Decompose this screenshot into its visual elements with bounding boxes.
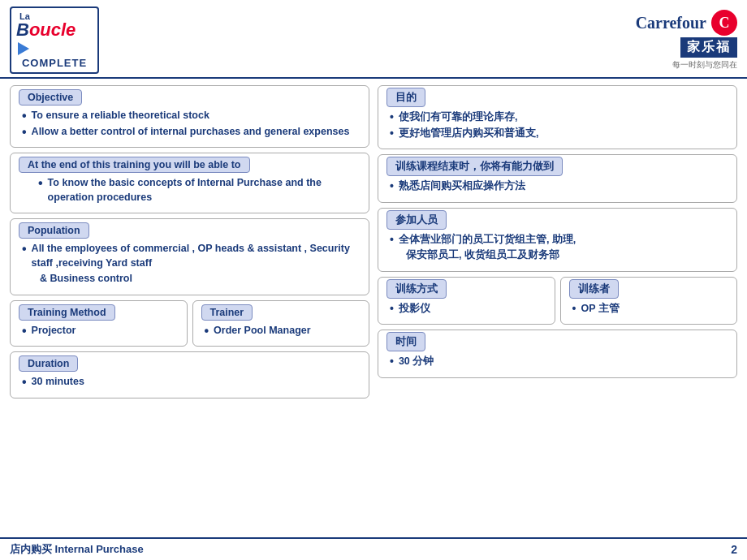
duration-text: 30 minutes <box>32 375 84 390</box>
carrefour-name: Carrefour <box>636 14 706 32</box>
training-method-cn-text: 投影仪 <box>399 302 430 317</box>
training-end-cn-item-1: • 熟悉店间购买相应操作方法 <box>390 179 728 194</box>
population-cn-item-1: • 全体营业部门的员工订货组主管, 助理, <box>390 233 728 248</box>
method-trainer-cn-row: 训练方式 • 投影仪 训练者 • OP 主管 <box>378 277 737 325</box>
trainer-item: • Order Pool Manager <box>205 324 361 338</box>
bullet-icon: • <box>390 355 394 368</box>
header: La Boucle COMPLETE Carrefour C 家乐福 每一时刻与… <box>0 0 747 79</box>
objective-cn-item-1: • 使我们有可靠的理论库存, <box>390 110 728 125</box>
footer-page-number: 2 <box>731 543 737 556</box>
method-trainer-row: Training Method • Projector Trainer • Or… <box>10 300 369 347</box>
bullet-icon: • <box>390 179 394 192</box>
training-method-text: Projector <box>32 324 76 338</box>
logo-complete-text: COMPLETE <box>22 57 87 69</box>
training-end-item-1: • To know the basic concepts of Internal… <box>22 176 361 205</box>
bullet-icon: • <box>205 324 209 338</box>
duration-cn-text: 30 分钟 <box>399 355 434 369</box>
bullet-icon: • <box>390 110 394 123</box>
trainer-header: Trainer <box>201 304 253 321</box>
population-cn-item-2: 保安部员工, 收货组员工及财务部 <box>390 248 728 263</box>
training-method-content: • Projector <box>19 324 179 338</box>
bullet-icon: • <box>22 125 27 140</box>
objective-header: Objective <box>19 89 82 106</box>
training-method-box: Training Method • Projector <box>10 300 188 347</box>
duration-box: Duration • 30 minutes <box>10 351 369 398</box>
carrefour-cn-text: 家乐福 <box>680 37 737 58</box>
bullet-icon: • <box>572 302 576 315</box>
duration-cn-box: 时间 • 30 分钟 <box>378 330 737 378</box>
population-cn-text-2: 保安部员工, 收货组员工及财务部 <box>406 248 559 263</box>
objective-content: • To ensure a reliable theoretical stock… <box>19 109 361 139</box>
carrefour-tagline: 每一时刻与您同在 <box>672 59 737 71</box>
training-end-content: • To know the basic concepts of Internal… <box>19 176 361 205</box>
main-content: Objective • To ensure a reliable theoret… <box>0 79 747 541</box>
trainer-cn-box: 训练者 • OP 主管 <box>560 277 738 325</box>
duration-cn-item: • 30 分钟 <box>390 355 728 369</box>
population-text-2: & Business control <box>40 272 132 286</box>
duration-header: Duration <box>19 355 78 372</box>
objective-text-2: Allow a better control of internal purch… <box>32 125 350 140</box>
training-end-cn-text-1: 熟悉店间购买相应操作方法 <box>399 179 525 194</box>
objective-item-1: • To ensure a reliable theoretical stock <box>22 109 361 123</box>
training-end-text-1: To know the basic concepts of Internal P… <box>48 176 361 205</box>
population-cn-text-1: 全体营业部门的员工订货组主管, 助理, <box>399 233 576 248</box>
training-end-cn-content: • 熟悉店间购买相应操作方法 <box>386 179 728 194</box>
population-content: • All the employees of commercial , OP h… <box>19 242 361 286</box>
duration-cn-content: • 30 分钟 <box>386 355 728 369</box>
col-right: 目的 • 使我们有可靠的理论库存, • 更好地管理店内购买和普通支, 训练课程结… <box>378 85 737 535</box>
objective-cn-item-2: • 更好地管理店内购买和普通支, <box>390 127 728 141</box>
trainer-cn-text: OP 主管 <box>581 302 619 317</box>
logo-left: La Boucle COMPLETE <box>10 6 99 74</box>
objective-cn-text-1: 使我们有可靠的理论库存, <box>399 110 517 125</box>
training-method-cn-item: • 投影仪 <box>390 302 546 317</box>
training-method-cn-content: • 投影仪 <box>386 302 546 317</box>
carrefour-icon: C <box>711 10 737 36</box>
trainer-cn-header: 训练者 <box>569 279 619 299</box>
population-cn-content: • 全体营业部门的员工订货组主管, 助理, 保安部员工, 收货组员工及财务部 <box>386 233 728 263</box>
footer-left-text: 店内购买 Internal Purchase <box>10 542 144 557</box>
bullet-icon: • <box>390 233 394 246</box>
training-method-cn-header: 训练方式 <box>386 279 447 299</box>
population-cn-header: 参加人员 <box>386 210 447 230</box>
objective-cn-header: 目的 <box>386 88 425 107</box>
logo-boucle-text: Boucle <box>16 21 93 57</box>
training-end-header: At the end of this training you will be … <box>19 157 250 173</box>
training-end-cn-box: 训练课程结束时，你将有能力做到 • 熟悉店间购买相应操作方法 <box>378 154 737 203</box>
bullet-icon: • <box>390 127 394 140</box>
population-item-2: & Business control <box>22 272 361 286</box>
duration-item: • 30 minutes <box>22 375 361 390</box>
training-method-item: • Projector <box>22 324 179 338</box>
population-header: Population <box>19 222 89 239</box>
population-box: Population • All the employees of commer… <box>10 218 369 295</box>
logo-right: Carrefour C 家乐福 每一时刻与您同在 <box>636 10 737 71</box>
bullet-icon: • <box>22 324 27 338</box>
objective-cn-box: 目的 • 使我们有可靠的理论库存, • 更好地管理店内购买和普通支, <box>378 85 737 149</box>
carrefour-logo: Carrefour C <box>636 10 737 36</box>
training-end-box: At the end of this training you will be … <box>10 153 369 213</box>
bullet-icon: • <box>22 375 27 390</box>
trainer-text: Order Pool Manager <box>214 324 310 338</box>
objective-item-2: • Allow a better control of internal pur… <box>22 125 361 140</box>
trainer-cn-item: • OP 主管 <box>572 302 729 317</box>
objective-box: Objective • To ensure a reliable theoret… <box>10 85 369 148</box>
population-item-1: • All the employees of commercial , OP h… <box>22 242 361 270</box>
trainer-box: Trainer • Order Pool Manager <box>192 300 370 347</box>
objective-cn-content: • 使我们有可靠的理论库存, • 更好地管理店内购买和普通支, <box>386 110 728 140</box>
bullet-icon: • <box>38 176 43 191</box>
trainer-content: • Order Pool Manager <box>201 324 361 338</box>
bullet-icon: • <box>22 242 27 256</box>
footer: 店内购买 Internal Purchase 2 <box>0 537 747 560</box>
population-cn-box: 参加人员 • 全体营业部门的员工订货组主管, 助理, 保安部员工, 收货组员工及… <box>378 208 737 272</box>
objective-text-1: To ensure a reliable theoretical stock <box>32 109 209 123</box>
duration-cn-header: 时间 <box>386 332 425 351</box>
training-method-cn-box: 训练方式 • 投影仪 <box>378 277 555 325</box>
training-end-cn-header: 训练课程结束时，你将有能力做到 <box>386 157 563 176</box>
trainer-cn-content: • OP 主管 <box>569 302 729 317</box>
bullet-icon: • <box>390 302 394 315</box>
bullet-icon: • <box>22 109 27 123</box>
training-method-header: Training Method <box>19 304 115 321</box>
population-text-1: All the employees of commercial , OP hea… <box>32 242 361 270</box>
col-left: Objective • To ensure a reliable theoret… <box>10 85 369 535</box>
objective-cn-text-2: 更好地管理店内购买和普通支, <box>399 127 538 141</box>
duration-content: • 30 minutes <box>19 375 361 390</box>
